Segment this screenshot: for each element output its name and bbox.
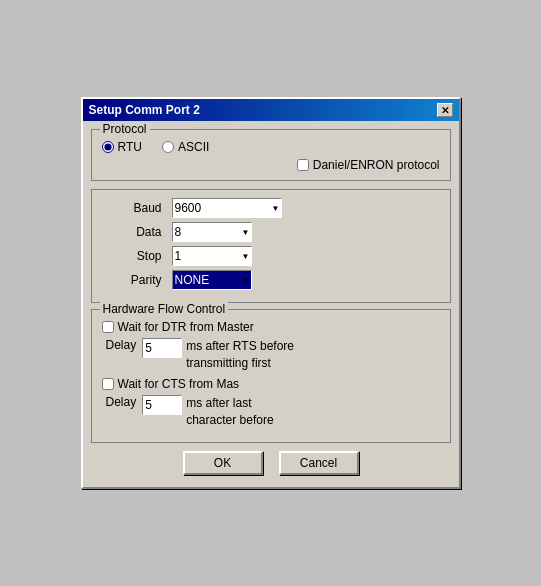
delay1-text-line2: transmitting first: [186, 356, 271, 370]
protocol-radio-row: RTU ASCII: [102, 140, 440, 154]
data-select-wrapper: 8 7 6 5: [172, 222, 252, 242]
data-label: Data: [102, 225, 172, 239]
close-button[interactable]: ✕: [437, 103, 453, 117]
rtu-label: RTU: [118, 140, 142, 154]
delay1-input[interactable]: [142, 338, 182, 358]
protocol-group-label: Protocol: [100, 122, 150, 136]
baud-select[interactable]: 9600 1200 2400 4800 19200 38400 57600 11…: [172, 198, 282, 218]
rtu-radio[interactable]: [102, 141, 114, 153]
cts-row: Wait for CTS from Mas: [102, 377, 440, 391]
baud-label: Baud: [102, 201, 172, 215]
delay2-input[interactable]: [142, 395, 182, 415]
comm-settings-group: Baud 9600 1200 2400 4800 19200 38400 576…: [91, 189, 451, 303]
parity-select-wrapper: NONE ODD EVEN MARK SPACE: [172, 270, 252, 290]
stop-row: Stop 1 2: [102, 246, 440, 266]
parity-label: Parity: [102, 273, 172, 287]
stop-select-wrapper: 1 2: [172, 246, 252, 266]
ascii-radio-item[interactable]: ASCII: [162, 140, 209, 154]
baud-row: Baud 9600 1200 2400 4800 19200 38400 576…: [102, 198, 440, 218]
dialog-body: Protocol RTU ASCII Daniel/ENRON protocol: [83, 121, 459, 486]
cts-label: Wait for CTS from Mas: [118, 377, 240, 391]
dtr-checkbox[interactable]: [102, 321, 114, 333]
stop-label: Stop: [102, 249, 172, 263]
delay2-text-line1: ms after last: [186, 396, 251, 410]
delay2-row: Delay ms after last character before: [106, 395, 440, 429]
hw-flow-section: Wait for DTR from Master Delay ms after …: [102, 320, 440, 428]
data-row: Data 8 7 6 5: [102, 222, 440, 242]
dtr-row: Wait for DTR from Master: [102, 320, 440, 334]
ascii-label: ASCII: [178, 140, 209, 154]
delay2-label: Delay: [106, 395, 137, 409]
hw-flow-group: Hardware Flow Control Wait for DTR from …: [91, 309, 451, 442]
dialog-title: Setup Comm Port 2: [89, 103, 200, 117]
ascii-radio[interactable]: [162, 141, 174, 153]
data-select[interactable]: 8 7 6 5: [172, 222, 252, 242]
delay1-row: Delay ms after RTS before transmitting f…: [106, 338, 440, 372]
delay1-label: Delay: [106, 338, 137, 352]
parity-select[interactable]: NONE ODD EVEN MARK SPACE: [172, 270, 252, 290]
delay1-text-line1: ms after RTS before: [186, 339, 294, 353]
hw-flow-group-label: Hardware Flow Control: [100, 302, 229, 316]
stop-select[interactable]: 1 2: [172, 246, 252, 266]
delay2-text: ms after last character before: [186, 395, 273, 429]
daniel-label: Daniel/ENRON protocol: [313, 158, 440, 172]
ok-button[interactable]: OK: [183, 451, 263, 475]
dtr-label: Wait for DTR from Master: [118, 320, 254, 334]
cancel-button[interactable]: Cancel: [279, 451, 359, 475]
daniel-row: Daniel/ENRON protocol: [102, 158, 440, 172]
baud-select-wrapper: 9600 1200 2400 4800 19200 38400 57600 11…: [172, 198, 282, 218]
title-bar: Setup Comm Port 2 ✕: [83, 99, 459, 121]
parity-row: Parity NONE ODD EVEN MARK SPACE: [102, 270, 440, 290]
delay2-text-line2: character before: [186, 413, 273, 427]
daniel-checkbox[interactable]: [297, 159, 309, 171]
cts-checkbox[interactable]: [102, 378, 114, 390]
delay1-text: ms after RTS before transmitting first: [186, 338, 294, 372]
rtu-radio-item[interactable]: RTU: [102, 140, 142, 154]
button-row: OK Cancel: [91, 451, 451, 479]
dialog-window: Setup Comm Port 2 ✕ Protocol RTU ASCII D…: [81, 97, 461, 488]
protocol-group: Protocol RTU ASCII Daniel/ENRON protocol: [91, 129, 451, 181]
